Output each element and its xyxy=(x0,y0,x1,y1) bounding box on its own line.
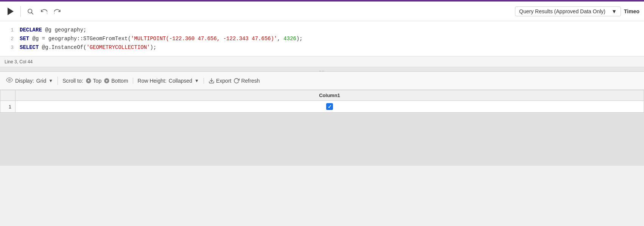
row-height-value: Collapsed xyxy=(169,78,192,84)
line-num-3: 3 xyxy=(5,44,14,52)
table-row: 1 ✓ xyxy=(0,101,644,113)
display-value: Grid xyxy=(36,78,46,84)
row-height-dropdown-arrow[interactable]: ▼ xyxy=(194,78,199,83)
toolbar-right: Query Results (Approved Data Only) ▼ Tim… xyxy=(515,6,639,16)
scroll-bottom-button[interactable]: Bottom xyxy=(104,78,128,84)
export-button[interactable]: Export xyxy=(208,78,231,84)
scroll-top-button[interactable]: Top xyxy=(86,78,102,84)
scroll-label: Scroll to: xyxy=(62,78,83,84)
query-results-dropdown[interactable]: Query Results (Approved Data Only) ▼ xyxy=(515,6,621,16)
dropdown-chevron: ▼ xyxy=(611,8,617,14)
code-content-1: DECLARE @g geography; xyxy=(20,26,86,34)
results-table: Column1 1 ✓ xyxy=(0,90,644,113)
top-label: Top xyxy=(93,78,102,84)
toolbar-left xyxy=(5,5,512,17)
timeout-label: Timeo xyxy=(624,8,639,14)
table-header-row: Column1 xyxy=(0,90,644,101)
search-button[interactable] xyxy=(25,6,36,17)
editor-area[interactable]: 1 DECLARE @g geography; 2 SET @g = geogr… xyxy=(0,21,644,56)
row-height-section: Row Height: Collapsed ▼ xyxy=(133,78,204,84)
display-dropdown-arrow[interactable]: ▼ xyxy=(48,78,53,83)
checkbox-cell: ✓ xyxy=(16,101,644,113)
results-toolbar: Display: Grid ▼ Scroll to: Top Bottom Ro… xyxy=(0,72,644,90)
column1-header-label: Column1 xyxy=(319,93,340,98)
toolbar-divider xyxy=(20,6,21,17)
code-content-3: SELECT @g.InstanceOf('GEOMETRYCOLLECTION… xyxy=(20,43,156,52)
bottom-label: Bottom xyxy=(111,78,128,84)
eye-icon xyxy=(6,77,13,85)
line-num-2: 2 xyxy=(5,35,14,43)
resize-handle[interactable]: ⎯⎯ xyxy=(0,67,644,72)
cursor-position: Line 3, Col 44 xyxy=(5,59,33,64)
status-bar: Line 3, Col 44 xyxy=(0,56,644,67)
refresh-button[interactable]: Refresh xyxy=(233,78,260,84)
row-height-label: Row Height: xyxy=(138,78,166,84)
resize-dots: ⎯⎯ xyxy=(319,67,325,71)
run-button[interactable] xyxy=(5,5,17,17)
play-icon xyxy=(8,8,14,15)
display-section: Display: Grid ▼ xyxy=(6,77,58,85)
code-line-2: 2 SET @g = geography::STGeomFromText('MU… xyxy=(0,35,644,43)
query-results-label: Query Results (Approved Data Only) xyxy=(519,8,605,14)
svg-point-2 xyxy=(9,79,11,81)
line-num-1: 1 xyxy=(5,27,14,35)
undo-button[interactable] xyxy=(38,6,50,17)
row-number-cell: 1 xyxy=(0,101,16,113)
grid-area: Column1 1 ✓ xyxy=(0,90,644,166)
scroll-section: Scroll to: Top Bottom xyxy=(58,78,133,84)
column1-header: Column1 xyxy=(16,90,644,101)
svg-line-1 xyxy=(31,13,33,14)
refresh-label: Refresh xyxy=(241,78,260,84)
export-label: Export xyxy=(216,78,231,84)
code-content-2: SET @g = geography::STGeomFromText('MULT… xyxy=(20,35,303,43)
display-label: Display: xyxy=(15,78,34,84)
checked-checkbox[interactable]: ✓ xyxy=(326,103,333,110)
toolbar: Query Results (Approved Data Only) ▼ Tim… xyxy=(0,2,644,21)
row-number-header xyxy=(0,90,16,101)
code-line-3: 3 SELECT @g.InstanceOf('GEOMETRYCOLLECTI… xyxy=(0,43,644,52)
export-section: Export Refresh xyxy=(204,78,264,84)
redo-button[interactable] xyxy=(52,6,63,17)
code-line-1: 1 DECLARE @g geography; xyxy=(0,26,644,35)
